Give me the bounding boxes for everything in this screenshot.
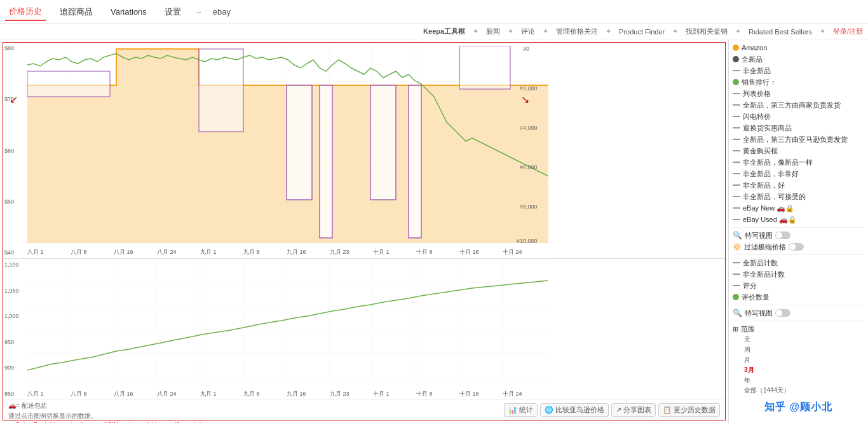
share-icon: ↗ [616, 406, 621, 414]
filter-price-toggle[interactable] [789, 243, 804, 251]
legend-new-3p-merchant[interactable]: 全新品，第三方由商家负责发货 [733, 99, 864, 111]
range-header: ⊞ 范围 [733, 323, 864, 335]
new-dot [733, 56, 739, 62]
range-week[interactable]: 周 [744, 345, 864, 355]
svg-rect-23 [370, 85, 396, 200]
range-options: 天 周 月 3月 年 全部（1444天） [733, 335, 864, 396]
keepa-product-finder[interactable]: Product Finder [619, 28, 665, 36]
divider-3 [733, 305, 864, 305]
svg-rect-22 [320, 85, 332, 238]
keepa-related-promo[interactable]: 找到相关促销 [686, 27, 728, 36]
svg-text:#10,000: #10,000 [517, 238, 538, 244]
range-day[interactable]: 天 [744, 335, 864, 345]
legend-ebay-used[interactable]: eBay Used 🚗🔒 [733, 214, 864, 225]
footer-bar: 选择区域以放大，双击以重置。 🚗= 配送包括 通过点击图例切换显示的数据。 ⚠ … [3, 399, 725, 420]
keepa-manage-price[interactable]: 管理价格关注 [556, 27, 598, 36]
price-chart-svg: #0 #2,000 #4,000 #6,000 #8,000 #10,000 [27, 46, 548, 256]
svg-text:#8,000: #8,000 [520, 204, 538, 210]
svg-rect-25 [459, 46, 510, 89]
footer-note-2: 🚗= 配送包括 [8, 401, 210, 410]
legend-like-new[interactable]: 非全新品，像新品一样 [733, 156, 864, 168]
keepa-login[interactable]: 登录/注册 [833, 27, 863, 36]
price-x-axis: 八月 1 八月 8 八月 16 八月 24 九月 1 九月 8 九月 16 九月… [27, 246, 693, 258]
main-content: $80 $70 $60 $50 $40 [0, 39, 868, 423]
share-chart-button[interactable]: ↗ 分享图表 [611, 403, 656, 417]
compare-price-button[interactable]: 🌐 比较亚马逊价格 [540, 403, 609, 417]
keepa-related-sellers[interactable]: Related Best Sellers [749, 28, 812, 36]
tab-variations[interactable]: Variations [107, 4, 151, 19]
rank-x-axis: 八月 1 八月 8 八月 16 八月 24 九月 1 九月 8 九月 16 九月… [27, 388, 725, 399]
special-view-2-row: 🔍 特写视图 [733, 307, 864, 319]
keepa-reviews[interactable]: 评论 [521, 27, 535, 36]
keepa-logo: Keepa工具框 [423, 27, 465, 36]
search-icon-1: 🔍 [733, 230, 742, 241]
divider-2 [733, 254, 864, 255]
chart-area: $80 $70 $60 $50 $40 [3, 42, 726, 420]
grid-icon: ⊞ [733, 323, 738, 335]
legend-acceptable[interactable]: 非全新品，可接受的 [733, 191, 864, 202]
legend-flash-sale[interactable]: 闪电特价 [733, 111, 864, 122]
amazon-dot [733, 45, 739, 51]
price-y-axis: $80 $70 $60 $50 $40 [3, 43, 27, 258]
sidebar: Amazon 全新品 非全新品 销售排行 ↑ 列表价格 全新品，第三方由商家负责… [728, 39, 868, 423]
tab-price-history[interactable]: 价格历史 [5, 3, 46, 21]
tab-settings[interactable]: 设置 [161, 4, 185, 20]
special-view-1-toggle[interactable] [775, 232, 790, 239]
red-arrow-right: ↘ [521, 94, 529, 106]
tab-track[interactable]: 追踪商品 [56, 4, 97, 20]
sales-rank-dot [733, 79, 739, 85]
range-all[interactable]: 全部（1444天） [744, 385, 864, 396]
range-year[interactable]: 年 [744, 375, 864, 385]
legend-non-new-count[interactable]: 非全新品计数 [733, 268, 864, 280]
rank-chart[interactable]: 1,100 1,050 1,000 950 900 850 [3, 259, 725, 399]
legend-new[interactable]: 全新品 [733, 53, 864, 65]
legend-rating[interactable]: 评分 [733, 280, 864, 291]
legend-good[interactable]: 非全新品，好 [733, 179, 864, 191]
svg-rect-21 [287, 85, 312, 200]
keepa-bar: Keepa工具框 ✦ 新闻 ✦ 评论 ✦ 管理价格关注 ✦ Product Fi… [0, 24, 868, 39]
legend-ebay-new[interactable]: eBay New 🚗🔒 [733, 202, 864, 214]
legend-very-good[interactable]: 非全新品，非常好 [733, 168, 864, 179]
list-price-dash [733, 93, 740, 94]
divider-1 [733, 227, 864, 228]
stats-icon: 📊 [508, 406, 517, 414]
search-icon-2: 🔍 [733, 307, 742, 319]
legend-amazon[interactable]: Amazon [733, 42, 864, 53]
legend-new-3p-amazon[interactable]: 全新品，第三方由亚马逊负责发货 [733, 134, 864, 145]
range-month[interactable]: 月 [744, 355, 864, 365]
legend-review-count[interactable]: 评价数量 [733, 291, 864, 303]
nav-ebay[interactable]: ebay [213, 7, 231, 17]
svg-text:#6,000: #6,000 [520, 164, 538, 170]
special-view-2-toggle[interactable] [775, 309, 790, 317]
legend-buy-box[interactable]: 黄金购买框 [733, 145, 864, 156]
list-icon: 📋 [663, 406, 672, 414]
svg-text:#0: #0 [523, 46, 529, 52]
svg-rect-19 [27, 71, 110, 97]
range-3month[interactable]: 3月 [744, 365, 864, 375]
legend-new-count[interactable]: 全新品计数 [733, 257, 864, 268]
price-chart[interactable]: $80 $70 $60 $50 $40 [3, 43, 725, 259]
legend-non-new[interactable]: 非全新品 [733, 65, 864, 76]
nav-arrow: → [195, 8, 203, 17]
red-arrow-left: ↙ [10, 94, 18, 106]
legend-sales-rank[interactable]: 销售排行 ↑ [733, 76, 864, 88]
special-view-1-row: 🔍 特写视图 [733, 230, 864, 241]
rank-y-axis: 1,100 1,050 1,000 950 900 850 [3, 259, 27, 399]
less-history-button[interactable]: 📋 更少历史数据 [658, 403, 720, 417]
legend-used-deals[interactable]: 退换货实惠商品 [733, 122, 864, 134]
top-nav: 价格历史 追踪商品 Variations 设置 → ebay [0, 0, 868, 24]
globe-icon: 🌐 [545, 406, 553, 414]
watermark: 知乎 @顾小北 [733, 401, 864, 414]
filter-icon: 🔆 [733, 241, 742, 253]
legend-list-price[interactable]: 列表价格 [733, 88, 864, 99]
non-new-dash [733, 70, 740, 71]
stats-button[interactable]: 📊 统计 [504, 403, 538, 417]
svg-text:#2,000: #2,000 [520, 85, 538, 92]
footer-note-3: 通过点击图例切换显示的数据。 [8, 412, 210, 420]
filter-price-row: 🔆 过滤极端价格 [733, 241, 864, 253]
divider-4 [733, 321, 864, 321]
svg-text:#4,000: #4,000 [520, 125, 538, 131]
keepa-news[interactable]: 新闻 [486, 27, 500, 36]
svg-rect-24 [409, 85, 421, 238]
rank-chart-svg [27, 259, 548, 377]
